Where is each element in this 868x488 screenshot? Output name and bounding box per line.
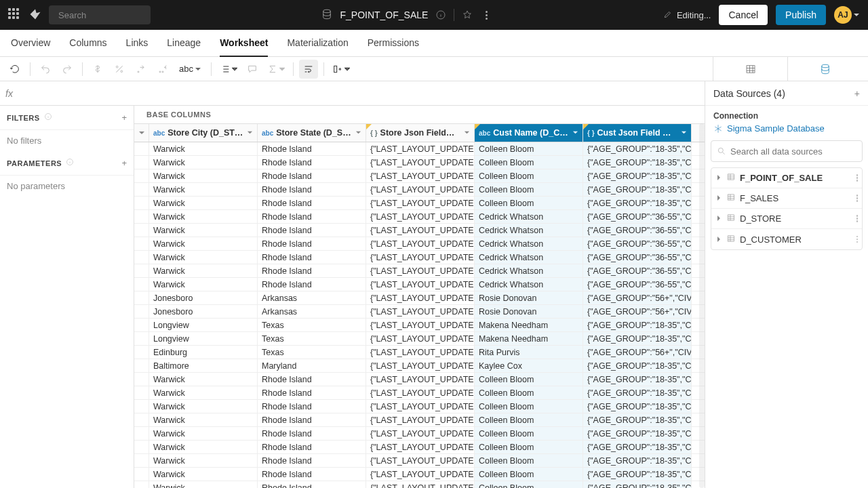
data-source-item[interactable]: D_CUSTOMER: [711, 229, 862, 249]
chevron-right-icon[interactable]: [715, 235, 722, 245]
cell[interactable]: Colleen Bloom: [475, 386, 583, 399]
cell[interactable]: Warwick: [149, 169, 258, 182]
wrap-text-icon[interactable]: [299, 60, 318, 79]
cell[interactable]: {"AGE_GROUP":"18-35","CIVIL_: [583, 413, 692, 426]
cell[interactable]: Rhode Island: [258, 142, 366, 155]
cell[interactable]: Makena Needham: [475, 319, 583, 331]
table-row[interactable]: JonesboroArkansas{"LAST_LAYOUT_UPDATE":"…: [134, 305, 705, 319]
table-row[interactable]: WarwickRhode Island{"LAST_LAYOUT_UPDATE"…: [134, 454, 705, 468]
cell[interactable]: Colleen Bloom: [475, 454, 583, 467]
cell[interactable]: Cedrick Whatson: [475, 264, 583, 277]
cell[interactable]: Warwick: [149, 481, 258, 488]
cell[interactable]: {"LAST_LAYOUT_UPDATE":"20: [366, 156, 475, 169]
cell[interactable]: Rhode Island: [258, 210, 366, 223]
cell[interactable]: {"LAST_LAYOUT_UPDATE":"20: [366, 251, 475, 264]
editing-status[interactable]: Editing...: [663, 9, 711, 21]
cancel-button[interactable]: Cancel: [719, 5, 768, 25]
cell[interactable]: {"LAST_LAYOUT_UPDATE":"20: [366, 413, 475, 426]
cell[interactable]: {"AGE_GROUP":"56+","CIVIL_S: [583, 305, 692, 318]
table-row[interactable]: WarwickRhode Island{"LAST_LAYOUT_UPDATE"…: [134, 142, 705, 156]
row-selector-header[interactable]: [134, 124, 149, 142]
chevron-down-icon[interactable]: [247, 128, 253, 138]
table-row[interactable]: WarwickRhode Island{"LAST_LAYOUT_UPDATE"…: [134, 264, 705, 278]
table-row[interactable]: WarwickRhode Island{"LAST_LAYOUT_UPDATE"…: [134, 156, 705, 169]
cell[interactable]: Arkansas: [258, 291, 366, 304]
tab-columns[interactable]: Columns: [69, 30, 106, 57]
cell[interactable]: {"AGE_GROUP":"18-35","CIVIL_: [583, 373, 692, 386]
cell[interactable]: Colleen Bloom: [475, 427, 583, 440]
cell[interactable]: Warwick: [149, 142, 258, 155]
data-source-item[interactable]: D_STORE: [711, 209, 862, 229]
cell[interactable]: Rhode Island: [258, 481, 366, 488]
cell[interactable]: {"AGE_GROUP":"18-35","CIVIL_: [583, 142, 692, 155]
sigma-function-icon[interactable]: [264, 60, 288, 79]
cell[interactable]: Arkansas: [258, 305, 366, 318]
cell[interactable]: Colleen Bloom: [475, 142, 583, 155]
data-source-item[interactable]: F_SALES: [711, 188, 862, 209]
cell[interactable]: {"AGE_GROUP":"18-35","CIVIL_: [583, 332, 692, 345]
cell[interactable]: Cedrick Whatson: [475, 251, 583, 264]
cell[interactable]: Warwick: [149, 224, 258, 237]
cell[interactable]: Warwick: [149, 156, 258, 169]
cell[interactable]: {"AGE_GROUP":"18-35","CIVIL_: [583, 386, 692, 399]
cell[interactable]: Kaylee Cox: [475, 359, 583, 372]
cell[interactable]: Warwick: [149, 427, 258, 440]
formula-input[interactable]: [18, 84, 699, 103]
chevron-right-icon[interactable]: [715, 173, 722, 183]
cell[interactable]: Colleen Bloom: [475, 468, 583, 481]
decimal-decrease-icon[interactable]: [132, 60, 151, 79]
column-header[interactable]: { }Store Json Field…: [366, 124, 475, 142]
cell[interactable]: Warwick: [149, 454, 258, 467]
cell[interactable]: {"LAST_LAYOUT_UPDATE":"20: [366, 210, 475, 223]
cell[interactable]: {"AGE_GROUP":"36-55","CIVIL_: [583, 278, 692, 291]
cell[interactable]: {"LAST_LAYOUT_UPDATE":"20: [366, 454, 475, 467]
chevron-right-icon[interactable]: [715, 214, 722, 224]
data-source-search[interactable]: [711, 140, 863, 162]
cell[interactable]: Warwick: [149, 237, 258, 250]
more-icon[interactable]: [856, 236, 859, 243]
chevron-down-icon[interactable]: [355, 128, 361, 138]
apps-grid-icon[interactable]: [8, 8, 22, 22]
cell[interactable]: {"LAST_LAYOUT_UPDATE":"20: [366, 386, 475, 399]
chevron-right-icon[interactable]: [715, 193, 722, 203]
type-format-dropdown[interactable]: abc: [175, 60, 205, 79]
cell[interactable]: {"LAST_LAYOUT_UPDATE":"20: [366, 197, 475, 209]
cell[interactable]: {"LAST_LAYOUT_UPDATE":"20: [366, 169, 475, 182]
table-row[interactable]: WarwickRhode Island{"LAST_LAYOUT_UPDATE"…: [134, 197, 705, 210]
cell[interactable]: Rosie Donovan: [475, 305, 583, 318]
cell[interactable]: {"LAST_LAYOUT_UPDATE":"20: [366, 278, 475, 291]
cell[interactable]: Colleen Bloom: [475, 169, 583, 182]
cell[interactable]: Edinburg: [149, 346, 258, 359]
cell[interactable]: {"LAST_LAYOUT_UPDATE":"20: [366, 305, 475, 318]
cell[interactable]: Warwick: [149, 210, 258, 223]
table-row[interactable]: JonesboroArkansas{"LAST_LAYOUT_UPDATE":"…: [134, 291, 705, 305]
cell[interactable]: Warwick: [149, 373, 258, 386]
cell[interactable]: {"LAST_LAYOUT_UPDATE":"20: [366, 237, 475, 250]
tab-materialization[interactable]: Materialization: [287, 30, 348, 57]
table-row[interactable]: WarwickRhode Island{"LAST_LAYOUT_UPDATE"…: [134, 237, 705, 251]
publish-button[interactable]: Publish: [776, 5, 826, 25]
cell[interactable]: Longview: [149, 319, 258, 331]
cell[interactable]: {"AGE_GROUP":"56+","CIVIL_S: [583, 291, 692, 304]
table-row[interactable]: EdinburgTexas{"LAST_LAYOUT_UPDATE":"20Ri…: [134, 346, 705, 359]
column-header[interactable]: { }Cust Json Field …: [583, 124, 692, 142]
cell[interactable]: Rhode Island: [258, 183, 366, 196]
currency-format-icon[interactable]: [88, 60, 107, 79]
cell[interactable]: Warwick: [149, 183, 258, 196]
favorite-star-icon[interactable]: [461, 9, 473, 21]
cell[interactable]: {"AGE_GROUP":"18-35","CIVIL_: [583, 427, 692, 440]
cell[interactable]: Warwick: [149, 197, 258, 209]
cell[interactable]: Jonesboro: [149, 291, 258, 304]
cell[interactable]: Rhode Island: [258, 251, 366, 264]
cell[interactable]: Rhode Island: [258, 224, 366, 237]
tab-worksheet[interactable]: Worksheet: [220, 30, 268, 57]
cell[interactable]: {"AGE_GROUP":"18-35","CIVIL_: [583, 481, 692, 488]
cell[interactable]: {"AGE_GROUP":"18-35","CIVIL_: [583, 359, 692, 372]
cell[interactable]: Colleen Bloom: [475, 156, 583, 169]
add-parameter-icon[interactable]: +: [121, 158, 127, 168]
table-row[interactable]: WarwickRhode Island{"LAST_LAYOUT_UPDATE"…: [134, 251, 705, 264]
cell[interactable]: Colleen Bloom: [475, 373, 583, 386]
cell[interactable]: Cedrick Whatson: [475, 224, 583, 237]
grid-rows[interactable]: WarwickRhode Island{"LAST_LAYOUT_UPDATE"…: [134, 142, 705, 488]
more-icon[interactable]: [856, 215, 859, 222]
